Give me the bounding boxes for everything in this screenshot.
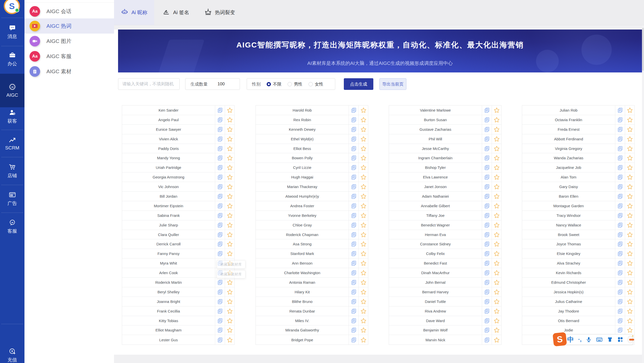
favorite-button[interactable] [225,182,234,191]
favorite-button[interactable] [225,172,234,182]
favorite-button[interactable] [225,230,234,239]
favorite-button[interactable] [625,230,634,239]
favorite-button[interactable] [358,192,368,201]
favorite-button[interactable] [358,239,368,249]
copy-button[interactable] [615,258,625,268]
copy-button[interactable] [215,325,225,335]
gender-radio-any[interactable]: 不限 [267,81,282,87]
generate-button[interactable]: 点击生成 [344,78,373,90]
copy-button[interactable] [482,335,492,345]
favorite-button[interactable] [225,144,234,153]
copy-button[interactable] [215,172,225,182]
copy-button[interactable] [615,249,625,258]
copy-button[interactable] [482,182,492,191]
copy-button[interactable] [482,239,492,249]
copy-button[interactable] [215,230,225,239]
copy-button[interactable] [349,268,358,277]
copy-button[interactable] [349,278,358,287]
skin-icon[interactable] [607,336,613,343]
favorite-button[interactable] [492,172,501,182]
copy-button[interactable] [615,211,625,220]
copy-button[interactable] [482,249,492,258]
favorite-button[interactable] [225,163,234,172]
favorite-button[interactable] [358,316,368,325]
favorite-button[interactable] [225,325,234,335]
favorite-button[interactable] [492,287,501,297]
favorite-button[interactable] [225,153,234,163]
favorite-button[interactable] [225,125,234,134]
copy-button[interactable] [482,316,492,325]
copy-button[interactable] [482,278,492,287]
copy-button[interactable] [215,239,225,249]
copy-button[interactable] [215,115,225,124]
copy-button[interactable] [349,192,358,201]
favorite-button[interactable] [492,106,501,115]
favorite-button[interactable] [625,325,634,335]
copy-button[interactable] [215,211,225,220]
favorite-button[interactable] [625,249,634,258]
copy-button[interactable] [615,134,625,144]
favorite-button[interactable] [225,287,234,297]
rail-item-ads[interactable]: ADS 广告 [0,191,24,207]
favorite-button[interactable] [492,278,501,287]
favorite-button[interactable] [492,258,501,268]
copy-button[interactable] [615,316,625,325]
favorite-button[interactable] [625,258,634,268]
copy-button[interactable] [349,134,358,144]
copy-button[interactable] [615,268,625,277]
copy-button[interactable] [615,239,625,249]
voice-input-icon[interactable] [586,336,592,343]
sidebar-item-aigc-images[interactable]: AIGC 图片 [24,34,114,49]
favorite-button[interactable] [625,239,634,249]
favorite-button[interactable] [225,115,234,124]
copy-button[interactable] [349,201,358,211]
copy-button[interactable] [349,287,358,297]
favorite-button[interactable] [358,172,368,182]
copy-button[interactable] [215,306,225,316]
favorite-button[interactable] [625,182,634,191]
copy-button[interactable] [215,144,225,153]
copy-button[interactable] [215,106,225,115]
app-logo[interactable]: S [4,0,20,14]
favorite-button[interactable] [625,134,634,144]
favorite-button[interactable] [625,211,634,220]
favorite-button[interactable] [492,306,501,316]
copy-button[interactable] [215,192,225,201]
copy-button[interactable] [615,287,625,297]
keyword-input[interactable] [118,78,180,90]
copy-button[interactable] [349,172,358,182]
favorite-button[interactable] [225,335,234,345]
copy-button[interactable] [349,316,358,325]
favorite-button[interactable] [492,144,501,153]
chinese-mode-icon[interactable]: 中 [567,335,574,344]
favorite-button[interactable] [625,201,634,211]
copy-button[interactable] [349,306,358,316]
copy-button[interactable] [482,230,492,239]
copy-button[interactable] [215,220,225,230]
favorite-button[interactable] [492,325,501,335]
copy-button[interactable] [215,153,225,163]
sogou-logo-icon[interactable]: S [552,332,567,346]
favorite-button[interactable] [358,297,368,306]
favorite-button[interactable] [492,192,501,201]
copy-button[interactable] [482,153,492,163]
copy-button[interactable] [615,125,625,134]
favorite-button[interactable] [492,316,501,325]
copy-button[interactable] [482,325,492,335]
emoji-icon[interactable] [628,336,633,343]
favorite-button[interactable] [625,268,634,277]
favorite-button[interactable] [225,106,234,115]
copy-button[interactable] [482,287,492,297]
favorite-button[interactable] [358,306,368,316]
favorite-button[interactable] [625,125,634,134]
copy-button[interactable] [215,134,225,144]
favorite-button[interactable] [358,201,368,211]
copy-button[interactable] [349,325,358,335]
favorite-button[interactable] [492,163,501,172]
favorite-button[interactable] [225,249,234,258]
copy-button[interactable] [349,106,358,115]
copy-button[interactable] [482,144,492,153]
copy-button[interactable] [215,125,225,134]
favorite-button[interactable] [358,125,368,134]
favorite-button[interactable] [225,134,234,144]
